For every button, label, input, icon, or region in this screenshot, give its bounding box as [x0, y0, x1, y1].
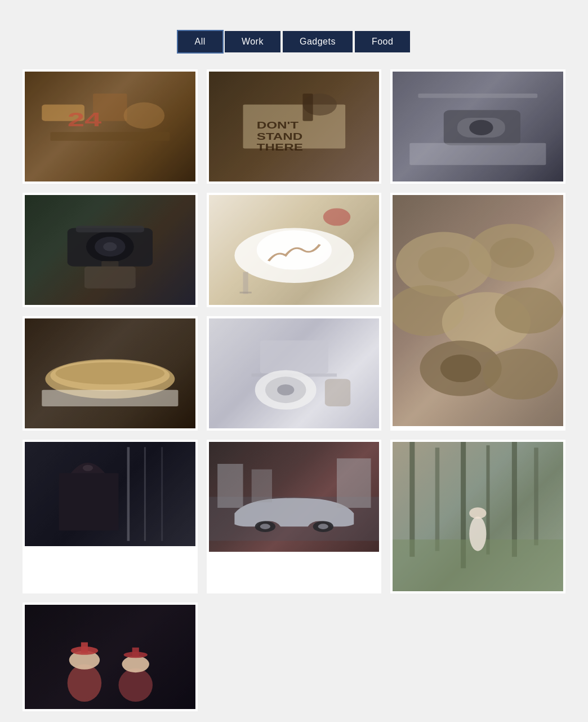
svg-rect-31 [239, 292, 251, 294]
svg-rect-77 [534, 448, 539, 545]
svg-rect-18 [410, 143, 546, 165]
svg-text:DON'T: DON'T [256, 121, 299, 131]
svg-point-29 [256, 230, 331, 269]
svg-point-3 [124, 103, 165, 129]
svg-rect-60 [59, 473, 119, 531]
svg-rect-50 [260, 340, 328, 374]
gallery-item[interactable] [23, 440, 198, 593]
svg-point-41 [418, 247, 470, 282]
gallery-item[interactable] [23, 316, 198, 431]
svg-rect-17 [418, 94, 538, 98]
filter-bar: All Work Gadgets Food [0, 0, 588, 69]
svg-point-79 [470, 517, 487, 551]
svg-point-23 [103, 242, 117, 251]
svg-point-67 [318, 524, 328, 529]
svg-rect-26 [101, 261, 118, 270]
svg-rect-4 [50, 132, 170, 141]
gallery-item[interactable] [23, 193, 198, 307]
svg-rect-87 [81, 643, 88, 653]
svg-point-82 [68, 664, 102, 702]
svg-rect-81 [25, 605, 195, 709]
svg-point-47 [55, 362, 164, 384]
gallery-item[interactable] [23, 603, 198, 711]
filter-btn-gadgets[interactable]: Gadgets [283, 31, 353, 52]
filter-btn-food[interactable]: Food [355, 31, 410, 52]
gallery-item[interactable] [390, 193, 565, 431]
svg-point-61 [83, 465, 93, 471]
gallery-item[interactable] [207, 440, 382, 593]
svg-point-80 [470, 507, 487, 519]
svg-point-54 [277, 384, 294, 396]
gallery-item[interactable] [207, 193, 382, 307]
svg-text:24: 24 [68, 109, 102, 131]
gallery-item[interactable] [390, 440, 565, 593]
svg-point-32 [323, 208, 350, 225]
svg-rect-30 [243, 272, 248, 294]
filter-btn-work[interactable]: Work [225, 31, 280, 52]
svg-point-66 [260, 524, 270, 529]
svg-rect-55 [324, 379, 350, 406]
gallery-item[interactable]: DON'T STAND THERE [207, 69, 382, 184]
svg-rect-0 [25, 72, 195, 181]
filter-btn-all[interactable]: All [178, 31, 222, 52]
gallery-item[interactable]: 24 [23, 69, 198, 184]
svg-rect-89 [132, 648, 139, 657]
svg-rect-57 [127, 447, 130, 541]
svg-point-40 [483, 349, 558, 400]
gallery-item[interactable] [207, 316, 382, 431]
svg-text:THERE: THERE [256, 143, 302, 153]
svg-point-42 [490, 238, 534, 268]
svg-point-43 [440, 355, 482, 382]
svg-point-38 [495, 287, 563, 334]
svg-rect-24 [76, 226, 144, 233]
svg-point-85 [122, 656, 149, 673]
svg-point-84 [118, 668, 153, 702]
svg-rect-70 [337, 458, 371, 508]
gallery-item[interactable] [390, 69, 565, 184]
svg-rect-73 [435, 448, 440, 551]
svg-rect-75 [487, 445, 490, 555]
svg-rect-48 [42, 390, 178, 406]
svg-point-16 [470, 120, 493, 135]
svg-text:STAND: STAND [256, 132, 302, 141]
svg-rect-68 [217, 464, 243, 508]
svg-rect-58 [144, 447, 146, 541]
svg-rect-69 [251, 469, 271, 503]
gallery-grid: 24 DON'T STAND THERE [0, 69, 588, 722]
svg-rect-59 [161, 447, 163, 541]
svg-rect-12 [302, 94, 313, 121]
